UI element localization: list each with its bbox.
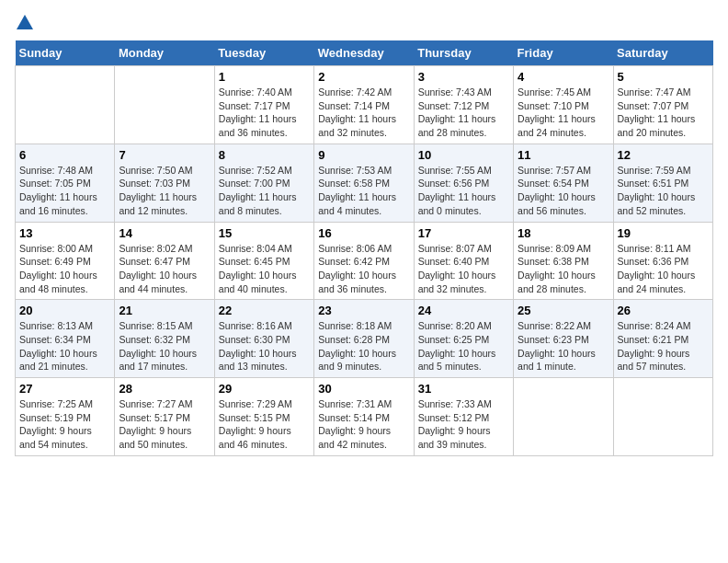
day-number: 18 [518,226,609,240]
day-detail: Sunrise: 7:25 AM Sunset: 5:19 PM Dayligh… [19,397,110,452]
day-cell-19: 18Sunrise: 8:09 AM Sunset: 6:38 PM Dayli… [514,222,613,300]
day-number: 27 [19,382,110,396]
day-cell-20: 19Sunrise: 8:11 AM Sunset: 6:36 PM Dayli… [613,222,712,300]
day-detail: Sunrise: 7:42 AM Sunset: 7:14 PM Dayligh… [318,86,409,140]
day-detail: Sunrise: 7:52 AM Sunset: 7:00 PM Dayligh… [219,164,310,218]
header-day-monday: Monday [115,40,214,66]
logo [15,15,33,31]
day-detail: Sunrise: 7:53 AM Sunset: 6:58 PM Dayligh… [318,164,409,218]
day-cell-31: 30Sunrise: 7:31 AM Sunset: 5:14 PM Dayli… [314,378,414,456]
day-number: 11 [518,148,609,162]
day-number: 24 [418,304,509,317]
day-detail: Sunrise: 8:24 AM Sunset: 6:21 PM Dayligh… [618,319,709,373]
day-number: 29 [219,382,310,396]
day-cell-13: 12Sunrise: 7:59 AM Sunset: 6:51 PM Dayli… [613,144,712,222]
week-row-3: 13Sunrise: 8:00 AM Sunset: 6:49 PM Dayli… [16,222,713,300]
svg-marker-0 [17,15,33,29]
day-detail: Sunrise: 7:45 AM Sunset: 7:10 PM Dayligh… [518,86,609,140]
day-number: 3 [418,70,509,84]
day-cell-33 [514,378,613,456]
header-day-thursday: Thursday [414,40,513,66]
day-detail: Sunrise: 8:09 AM Sunset: 6:38 PM Dayligh… [518,242,609,296]
day-cell-16: 15Sunrise: 8:04 AM Sunset: 6:45 PM Dayli… [214,222,313,300]
day-detail: Sunrise: 8:00 AM Sunset: 6:49 PM Dayligh… [19,242,110,296]
day-cell-22: 21Sunrise: 8:15 AM Sunset: 6:32 PM Dayli… [115,300,214,378]
day-cell-29: 28Sunrise: 7:27 AM Sunset: 5:17 PM Dayli… [115,378,214,456]
day-number: 4 [518,70,609,84]
day-number: 14 [119,226,210,240]
day-number: 16 [318,226,409,240]
header-row: SundayMondayTuesdayWednesdayThursdayFrid… [16,40,713,66]
day-cell-26: 25Sunrise: 8:22 AM Sunset: 6:23 PM Dayli… [514,300,613,378]
day-cell-34 [613,378,712,456]
day-number: 6 [19,148,110,162]
day-number: 10 [418,148,509,162]
day-detail: Sunrise: 7:29 AM Sunset: 5:15 PM Dayligh… [219,397,310,452]
day-cell-24: 23Sunrise: 8:18 AM Sunset: 6:28 PM Dayli… [314,300,414,378]
day-detail: Sunrise: 7:33 AM Sunset: 5:12 PM Dayligh… [418,397,509,452]
day-detail: Sunrise: 7:57 AM Sunset: 6:54 PM Dayligh… [518,164,609,218]
logo-icon [17,15,33,29]
day-number: 8 [219,148,310,162]
header-day-friday: Friday [514,40,613,66]
day-number: 30 [318,382,409,396]
day-cell-8: 7Sunrise: 7:50 AM Sunset: 7:03 PM Daylig… [115,144,214,222]
day-detail: Sunrise: 8:07 AM Sunset: 6:40 PM Dayligh… [418,242,509,296]
day-number: 19 [618,226,709,240]
day-detail: Sunrise: 8:06 AM Sunset: 6:42 PM Dayligh… [318,242,409,296]
day-detail: Sunrise: 7:55 AM Sunset: 6:56 PM Dayligh… [418,164,509,218]
day-number: 7 [119,148,210,162]
day-detail: Sunrise: 7:40 AM Sunset: 7:17 PM Dayligh… [219,86,310,140]
calendar-table: SundayMondayTuesdayWednesdayThursdayFrid… [15,40,713,456]
day-number: 31 [418,382,509,396]
day-cell-25: 24Sunrise: 8:20 AM Sunset: 6:25 PM Dayli… [414,300,513,378]
day-cell-0 [16,66,115,144]
day-detail: Sunrise: 7:27 AM Sunset: 5:17 PM Dayligh… [119,397,210,452]
header-day-saturday: Saturday [613,40,712,66]
day-cell-23: 22Sunrise: 8:16 AM Sunset: 6:30 PM Dayli… [214,300,313,378]
day-detail: Sunrise: 7:48 AM Sunset: 7:05 PM Dayligh… [19,164,110,218]
header-day-sunday: Sunday [16,40,115,66]
day-detail: Sunrise: 8:02 AM Sunset: 6:47 PM Dayligh… [119,242,210,296]
day-cell-5: 4Sunrise: 7:45 AM Sunset: 7:10 PM Daylig… [514,66,613,144]
week-row-5: 27Sunrise: 7:25 AM Sunset: 5:19 PM Dayli… [16,378,713,456]
day-cell-12: 11Sunrise: 7:57 AM Sunset: 6:54 PM Dayli… [514,144,613,222]
day-cell-30: 29Sunrise: 7:29 AM Sunset: 5:15 PM Dayli… [214,378,313,456]
day-number: 20 [19,304,110,317]
day-number: 21 [119,304,210,317]
day-cell-1 [115,66,214,144]
day-number: 1 [219,70,310,84]
day-detail: Sunrise: 8:22 AM Sunset: 6:23 PM Dayligh… [518,319,609,373]
week-row-4: 20Sunrise: 8:13 AM Sunset: 6:34 PM Dayli… [16,300,713,378]
day-detail: Sunrise: 8:15 AM Sunset: 6:32 PM Dayligh… [119,319,210,373]
page-header [15,15,713,31]
day-cell-9: 8Sunrise: 7:52 AM Sunset: 7:00 PM Daylig… [214,144,313,222]
week-row-2: 6Sunrise: 7:48 AM Sunset: 7:05 PM Daylig… [16,144,713,222]
day-number: 22 [219,304,310,317]
day-number: 9 [318,148,409,162]
day-cell-32: 31Sunrise: 7:33 AM Sunset: 5:12 PM Dayli… [414,378,513,456]
day-number: 2 [318,70,409,84]
day-number: 12 [618,148,709,162]
day-cell-17: 16Sunrise: 8:06 AM Sunset: 6:42 PM Dayli… [314,222,414,300]
day-number: 5 [618,70,709,84]
day-cell-7: 6Sunrise: 7:48 AM Sunset: 7:05 PM Daylig… [16,144,115,222]
day-number: 17 [418,226,509,240]
day-detail: Sunrise: 7:47 AM Sunset: 7:07 PM Dayligh… [618,86,709,140]
header-day-wednesday: Wednesday [314,40,414,66]
week-row-1: 1Sunrise: 7:40 AM Sunset: 7:17 PM Daylig… [16,66,713,144]
day-detail: Sunrise: 8:11 AM Sunset: 6:36 PM Dayligh… [618,242,709,296]
day-detail: Sunrise: 7:31 AM Sunset: 5:14 PM Dayligh… [318,397,409,452]
calendar-header: SundayMondayTuesdayWednesdayThursdayFrid… [16,40,713,66]
day-cell-6: 5Sunrise: 7:47 AM Sunset: 7:07 PM Daylig… [613,66,712,144]
day-cell-28: 27Sunrise: 7:25 AM Sunset: 5:19 PM Dayli… [16,378,115,456]
header-day-tuesday: Tuesday [214,40,313,66]
day-cell-10: 9Sunrise: 7:53 AM Sunset: 6:58 PM Daylig… [314,144,414,222]
day-number: 23 [318,304,409,317]
day-cell-18: 17Sunrise: 8:07 AM Sunset: 6:40 PM Dayli… [414,222,513,300]
day-cell-27: 26Sunrise: 8:24 AM Sunset: 6:21 PM Dayli… [613,300,712,378]
day-number: 26 [618,304,709,317]
day-detail: Sunrise: 8:04 AM Sunset: 6:45 PM Dayligh… [219,242,310,296]
day-cell-2: 1Sunrise: 7:40 AM Sunset: 7:17 PM Daylig… [214,66,313,144]
day-detail: Sunrise: 8:20 AM Sunset: 6:25 PM Dayligh… [418,319,509,373]
